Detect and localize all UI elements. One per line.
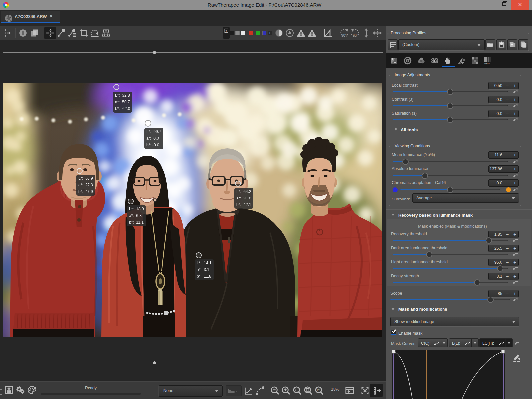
svg-text:META: META	[484, 62, 490, 65]
svg-text:T: T	[226, 30, 227, 33]
svg-text:1:1: 1:1	[316, 388, 321, 392]
svg-text:90°: 90°	[353, 33, 358, 37]
svg-text:90°: 90°	[341, 33, 347, 37]
